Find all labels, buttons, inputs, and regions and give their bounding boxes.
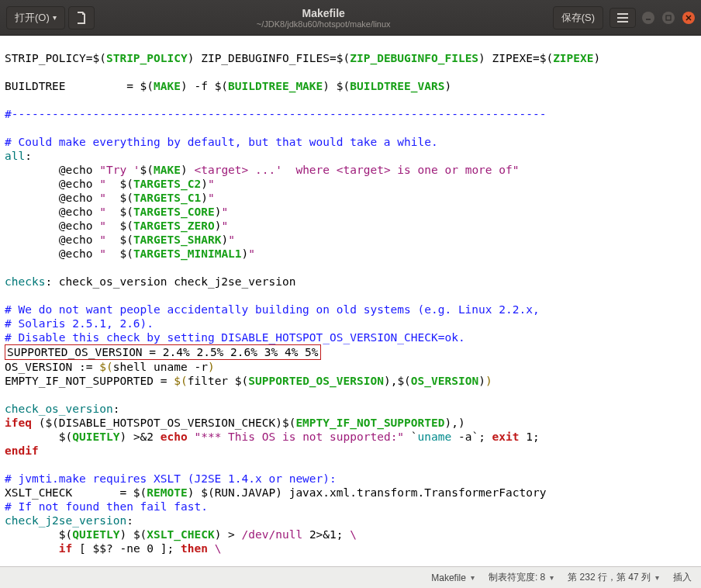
window-subtitle: ~/JDK8/jdk8u60/hotspot/make/linux [101, 19, 547, 29]
chevron-down-icon: ▾ [53, 13, 57, 22]
code-line: @echo " $(TARGETS_C2)" [5, 178, 215, 190]
cursor-position[interactable]: 第 232 行，第 47 列 [568, 571, 659, 584]
tabwidth-selector[interactable]: 制表符宽度: 8 [489, 571, 554, 584]
code-line: @echo "Try '$(MAKE) <target> ...' where … [5, 164, 520, 176]
title-center: Makefile ~/JDK8/jdk8u60/hotspot/make/lin… [101, 7, 547, 29]
code-line: @echo " $(TARGETS_MINIMAL1)" [5, 247, 255, 260]
new-document-button[interactable] [68, 6, 95, 29]
code-line: # We do not want people accidentally bui… [5, 303, 540, 316]
insert-mode[interactable]: 插入 [673, 571, 692, 584]
code-line: endif [5, 444, 39, 457]
code-line: ifeq ($(DISABLE_HOTSPOT_OS_VERSION_CHECK… [5, 417, 465, 429]
code-line: @echo " $(TARGETS_C1)" [5, 192, 215, 204]
code-line: if [ $$? -ne 0 ]; then \ [5, 542, 221, 555]
filetype-selector[interactable]: Makefile [431, 572, 475, 583]
code-line: # jvmti.make requires XSLT (J2SE 1.4.x o… [5, 472, 337, 485]
code-line: check_j2se_version: [5, 514, 133, 527]
statusbar: Makefile 制表符宽度: 8 第 232 行，第 47 列 插入 [0, 566, 701, 588]
editor-area[interactable]: STRIP_POLICY=$(STRIP_POLICY) ZIP_DEBUGIN… [0, 36, 701, 566]
code-line: BUILDTREE = $(MAKE) -f $(BUILDTREE_MAKE)… [5, 80, 451, 92]
code-line: @echo " $(TARGETS_CORE)" [5, 206, 228, 218]
open-label: 打开(O) [15, 11, 50, 25]
code-line: @echo " $(TARGETS_ZERO)" [5, 220, 228, 232]
code-line: checks: check_os_version check_j2se_vers… [5, 275, 295, 288]
code-line: all: [5, 150, 32, 162]
document-icon [76, 12, 87, 24]
window-title: Makefile [101, 7, 547, 19]
code-line: $(QUIETLY) >&2 echo "*** This OS is not … [5, 431, 540, 443]
code-line: #---------------------------------------… [5, 108, 546, 120]
save-button[interactable]: 保存(S) [553, 6, 603, 29]
code-line: STRIP_POLICY=$(STRIP_POLICY) ZIP_DEBUGIN… [5, 52, 600, 64]
highlighted-line: SUPPORTED_OS_VERSION = 2.4% 2.5% 2.6% 3%… [5, 344, 321, 360]
minimize-icon [645, 15, 651, 21]
close-button[interactable] [682, 12, 695, 24]
code-line: OS_VERSION := $(shell uname -r) [5, 361, 215, 373]
code-line: # Could make everything by default, but … [5, 136, 438, 148]
open-button[interactable]: 打开(O) ▾ [6, 6, 65, 29]
svg-rect-0 [666, 16, 671, 20]
code-line: check_os_version: [5, 403, 119, 415]
titlebar: 打开(O) ▾ Makefile ~/JDK8/jdk8u60/hotspot/… [0, 0, 701, 36]
close-icon [685, 15, 692, 21]
code-line: XSLT_CHECK = $(REMOTE) $(RUN.JAVAP) java… [5, 486, 546, 499]
code-line: EMPTY_IF_NOT_SUPPORTED = $(filter $(SUPP… [5, 375, 492, 387]
code-line: # Disable this check by setting DISABLE_… [5, 331, 465, 344]
hamburger-icon [617, 13, 628, 22]
save-label: 保存(S) [561, 11, 595, 25]
code-line: @echo " $(TARGETS_SHARK)" [5, 233, 235, 246]
code-line: $(QUIETLY) $(XSLT_CHECK) > /dev/null 2>&… [5, 528, 357, 541]
minimize-button[interactable] [642, 12, 654, 24]
maximize-button[interactable] [662, 12, 675, 24]
code-line: # Solaris 2.5.1, 2.6). [5, 317, 154, 330]
hamburger-menu-button[interactable] [609, 8, 636, 28]
maximize-icon [665, 15, 672, 21]
code-line: # If not found then fail fast. [5, 500, 208, 513]
